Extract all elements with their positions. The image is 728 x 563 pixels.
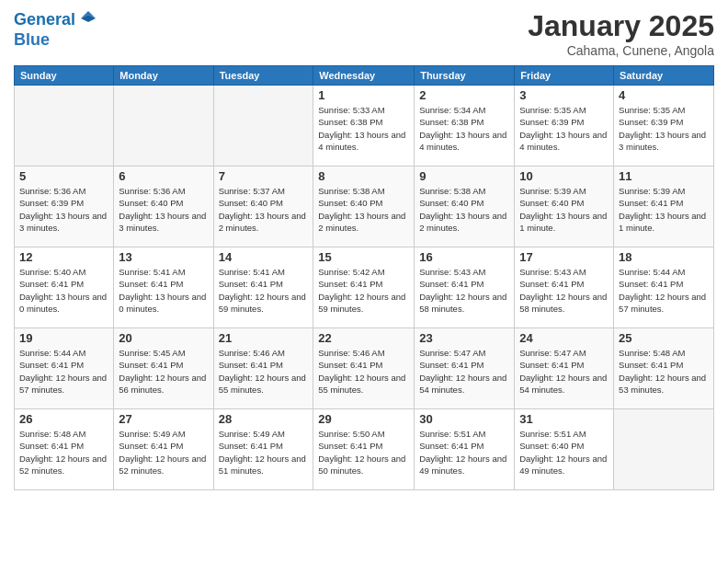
day-number: 22 bbox=[318, 331, 409, 345]
calendar-cell: 7Sunrise: 5:37 AM Sunset: 6:40 PM Daylig… bbox=[213, 167, 313, 247]
day-info: Sunrise: 5:35 AM Sunset: 6:39 PM Dayligh… bbox=[619, 104, 709, 153]
day-info: Sunrise: 5:46 AM Sunset: 6:41 PM Dayligh… bbox=[219, 347, 309, 396]
calendar-week-row: 26Sunrise: 5:48 AM Sunset: 6:41 PM Dayli… bbox=[15, 409, 714, 490]
calendar-cell bbox=[114, 86, 213, 167]
day-number: 12 bbox=[19, 250, 108, 264]
day-number: 7 bbox=[219, 169, 309, 183]
day-info: Sunrise: 5:39 AM Sunset: 6:41 PM Dayligh… bbox=[619, 185, 709, 234]
calendar-cell: 4Sunrise: 5:35 AM Sunset: 6:39 PM Daylig… bbox=[614, 86, 714, 167]
calendar-cell: 2Sunrise: 5:34 AM Sunset: 6:38 PM Daylig… bbox=[415, 86, 515, 167]
day-info: Sunrise: 5:37 AM Sunset: 6:40 PM Dayligh… bbox=[219, 185, 309, 234]
day-info: Sunrise: 5:43 AM Sunset: 6:41 PM Dayligh… bbox=[519, 266, 609, 315]
weekday-header: Sunday bbox=[15, 66, 114, 86]
logo-icon bbox=[77, 7, 99, 29]
weekday-header: Thursday bbox=[415, 66, 515, 86]
calendar-cell: 10Sunrise: 5:39 AM Sunset: 6:40 PM Dayli… bbox=[515, 167, 614, 247]
day-number: 19 bbox=[19, 331, 108, 345]
calendar-cell: 31Sunrise: 5:51 AM Sunset: 6:40 PM Dayli… bbox=[515, 409, 614, 490]
calendar-cell bbox=[614, 409, 714, 490]
day-info: Sunrise: 5:36 AM Sunset: 6:39 PM Dayligh… bbox=[19, 185, 108, 234]
weekday-header: Monday bbox=[114, 66, 213, 86]
calendar-cell: 9Sunrise: 5:38 AM Sunset: 6:40 PM Daylig… bbox=[415, 167, 515, 247]
day-info: Sunrise: 5:42 AM Sunset: 6:41 PM Dayligh… bbox=[318, 266, 409, 315]
svg-marker-1 bbox=[81, 15, 96, 22]
day-number: 27 bbox=[119, 412, 208, 426]
day-number: 9 bbox=[419, 169, 509, 183]
day-info: Sunrise: 5:50 AM Sunset: 6:41 PM Dayligh… bbox=[318, 428, 409, 477]
day-info: Sunrise: 5:44 AM Sunset: 6:41 PM Dayligh… bbox=[19, 347, 108, 396]
day-number: 17 bbox=[519, 250, 609, 264]
title-block: January 2025 Cahama, Cunene, Angola bbox=[528, 9, 714, 58]
day-number: 10 bbox=[519, 169, 609, 183]
day-info: Sunrise: 5:38 AM Sunset: 6:40 PM Dayligh… bbox=[318, 185, 409, 234]
day-info: Sunrise: 5:40 AM Sunset: 6:41 PM Dayligh… bbox=[19, 266, 108, 315]
day-number: 23 bbox=[419, 331, 509, 345]
day-number: 30 bbox=[419, 412, 509, 426]
calendar-week-row: 1Sunrise: 5:33 AM Sunset: 6:38 PM Daylig… bbox=[15, 86, 714, 167]
calendar-cell: 21Sunrise: 5:46 AM Sunset: 6:41 PM Dayli… bbox=[213, 328, 313, 409]
calendar-week-row: 5Sunrise: 5:36 AM Sunset: 6:39 PM Daylig… bbox=[15, 167, 714, 247]
calendar-cell: 12Sunrise: 5:40 AM Sunset: 6:41 PM Dayli… bbox=[15, 247, 114, 328]
header: General Blue January 2025 Cahama, Cunene… bbox=[14, 9, 714, 58]
day-info: Sunrise: 5:43 AM Sunset: 6:41 PM Dayligh… bbox=[419, 266, 509, 315]
day-number: 25 bbox=[619, 331, 709, 345]
day-info: Sunrise: 5:33 AM Sunset: 6:38 PM Dayligh… bbox=[318, 104, 409, 153]
day-number: 13 bbox=[119, 250, 208, 264]
calendar-header-row: SundayMondayTuesdayWednesdayThursdayFrid… bbox=[15, 66, 714, 86]
calendar-cell: 22Sunrise: 5:46 AM Sunset: 6:41 PM Dayli… bbox=[313, 328, 415, 409]
weekday-header: Wednesday bbox=[313, 66, 415, 86]
day-number: 1 bbox=[318, 88, 409, 102]
calendar-cell: 29Sunrise: 5:50 AM Sunset: 6:41 PM Dayli… bbox=[313, 409, 415, 490]
page: General Blue January 2025 Cahama, Cunene… bbox=[0, 0, 728, 563]
calendar-table: SundayMondayTuesdayWednesdayThursdayFrid… bbox=[14, 65, 714, 490]
calendar-cell: 19Sunrise: 5:44 AM Sunset: 6:41 PM Dayli… bbox=[15, 328, 114, 409]
day-info: Sunrise: 5:45 AM Sunset: 6:41 PM Dayligh… bbox=[119, 347, 208, 396]
calendar-cell bbox=[213, 86, 313, 167]
day-info: Sunrise: 5:51 AM Sunset: 6:41 PM Dayligh… bbox=[419, 428, 509, 477]
calendar-cell: 3Sunrise: 5:35 AM Sunset: 6:39 PM Daylig… bbox=[515, 86, 614, 167]
day-number: 8 bbox=[318, 169, 409, 183]
calendar-cell: 8Sunrise: 5:38 AM Sunset: 6:40 PM Daylig… bbox=[313, 167, 415, 247]
calendar-cell: 30Sunrise: 5:51 AM Sunset: 6:41 PM Dayli… bbox=[415, 409, 515, 490]
logo-text-blue: Blue bbox=[14, 31, 99, 50]
calendar-cell: 6Sunrise: 5:36 AM Sunset: 6:40 PM Daylig… bbox=[114, 167, 213, 247]
calendar-cell: 11Sunrise: 5:39 AM Sunset: 6:41 PM Dayli… bbox=[614, 167, 714, 247]
day-info: Sunrise: 5:34 AM Sunset: 6:38 PM Dayligh… bbox=[419, 104, 509, 153]
logo: General Blue bbox=[14, 9, 99, 50]
day-number: 5 bbox=[19, 169, 108, 183]
day-info: Sunrise: 5:41 AM Sunset: 6:41 PM Dayligh… bbox=[219, 266, 309, 315]
weekday-header: Friday bbox=[515, 66, 614, 86]
day-number: 24 bbox=[519, 331, 609, 345]
day-number: 14 bbox=[219, 250, 309, 264]
day-info: Sunrise: 5:36 AM Sunset: 6:40 PM Dayligh… bbox=[119, 185, 208, 234]
day-number: 16 bbox=[419, 250, 509, 264]
calendar-cell: 24Sunrise: 5:47 AM Sunset: 6:41 PM Dayli… bbox=[515, 328, 614, 409]
subtitle: Cahama, Cunene, Angola bbox=[528, 43, 714, 58]
day-number: 11 bbox=[619, 169, 709, 183]
day-info: Sunrise: 5:38 AM Sunset: 6:40 PM Dayligh… bbox=[419, 185, 509, 234]
weekday-header: Saturday bbox=[614, 66, 714, 86]
weekday-header: Tuesday bbox=[213, 66, 313, 86]
calendar-cell: 16Sunrise: 5:43 AM Sunset: 6:41 PM Dayli… bbox=[415, 247, 515, 328]
calendar-cell: 20Sunrise: 5:45 AM Sunset: 6:41 PM Dayli… bbox=[114, 328, 213, 409]
calendar-cell: 23Sunrise: 5:47 AM Sunset: 6:41 PM Dayli… bbox=[415, 328, 515, 409]
calendar-cell: 15Sunrise: 5:42 AM Sunset: 6:41 PM Dayli… bbox=[313, 247, 415, 328]
day-info: Sunrise: 5:35 AM Sunset: 6:39 PM Dayligh… bbox=[519, 104, 609, 153]
calendar-cell: 25Sunrise: 5:48 AM Sunset: 6:41 PM Dayli… bbox=[614, 328, 714, 409]
day-number: 31 bbox=[519, 412, 609, 426]
calendar-cell: 28Sunrise: 5:49 AM Sunset: 6:41 PM Dayli… bbox=[213, 409, 313, 490]
day-info: Sunrise: 5:49 AM Sunset: 6:41 PM Dayligh… bbox=[219, 428, 309, 477]
calendar-cell: 27Sunrise: 5:49 AM Sunset: 6:41 PM Dayli… bbox=[114, 409, 213, 490]
calendar-week-row: 12Sunrise: 5:40 AM Sunset: 6:41 PM Dayli… bbox=[15, 247, 714, 328]
day-number: 15 bbox=[318, 250, 409, 264]
calendar-cell: 14Sunrise: 5:41 AM Sunset: 6:41 PM Dayli… bbox=[213, 247, 313, 328]
day-number: 2 bbox=[419, 88, 509, 102]
calendar-cell: 17Sunrise: 5:43 AM Sunset: 6:41 PM Dayli… bbox=[515, 247, 614, 328]
day-info: Sunrise: 5:51 AM Sunset: 6:40 PM Dayligh… bbox=[519, 428, 609, 477]
day-info: Sunrise: 5:48 AM Sunset: 6:41 PM Dayligh… bbox=[619, 347, 709, 396]
day-info: Sunrise: 5:44 AM Sunset: 6:41 PM Dayligh… bbox=[619, 266, 709, 315]
day-number: 18 bbox=[619, 250, 709, 264]
calendar-cell bbox=[15, 86, 114, 167]
calendar-cell: 13Sunrise: 5:41 AM Sunset: 6:41 PM Dayli… bbox=[114, 247, 213, 328]
calendar-cell: 18Sunrise: 5:44 AM Sunset: 6:41 PM Dayli… bbox=[614, 247, 714, 328]
